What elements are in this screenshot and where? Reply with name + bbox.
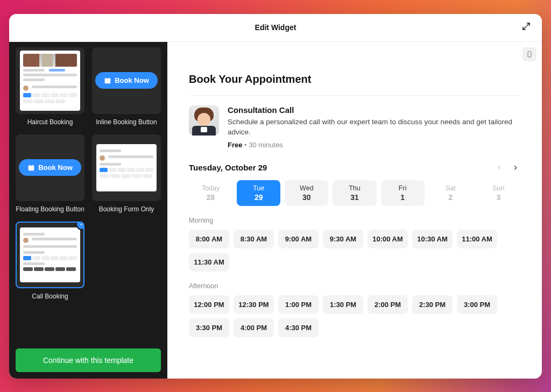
continue-button[interactable]: Continue with this template (16, 348, 161, 372)
day-of-month: 3 (479, 193, 518, 202)
service-info: Consultation Call Schedule a personalize… (228, 105, 520, 149)
svg-rect-7 (33, 165, 33, 166)
time-slot[interactable]: 9:30 AM (323, 230, 363, 248)
consultant-avatar (189, 105, 219, 136)
time-slot[interactable]: 12:00 PM (189, 295, 229, 314)
modal-title: Edit Widget (255, 23, 296, 32)
meta-separator: • (244, 141, 247, 149)
time-slot[interactable]: 8:00 AM (189, 230, 229, 248)
day-cell[interactable]: Tue 29 (237, 180, 280, 206)
template-thumb (16, 47, 84, 114)
day-of-month: 31 (335, 193, 374, 202)
template-label: Inline Booking Button (96, 118, 157, 126)
modal-body: Haircut Booking Book Now Inline Booking … (9, 42, 542, 379)
time-slot[interactable]: 8:30 AM (234, 230, 274, 248)
mobile-preview-toggle[interactable] (522, 47, 536, 61)
template-callbooking[interactable]: ✓Call Booking (15, 222, 86, 300)
divider (189, 95, 520, 96)
day-of-week: Thu (335, 184, 374, 192)
service-meta: Free • 30 minutes (228, 141, 520, 149)
date-nav (495, 163, 520, 173)
time-slot[interactable]: 10:30 AM (412, 230, 453, 248)
svg-rect-2 (106, 77, 107, 79)
template-sidebar: Haircut Booking Book Now Inline Booking … (9, 42, 167, 379)
slot-grid: 8:00 AM8:30 AM9:00 AM9:30 AM10:00 AM10:3… (189, 230, 520, 272)
template-label: Booking Form Only (99, 205, 154, 213)
template-floating[interactable]: Book Now Floating Booking Button (15, 134, 86, 213)
time-slot[interactable]: 3:00 PM (457, 295, 497, 314)
svg-rect-6 (30, 165, 30, 166)
service-price: Free (228, 141, 242, 149)
next-week-icon[interactable] (511, 163, 520, 173)
selected-check-icon: ✓ (77, 222, 84, 229)
day-cell[interactable]: Fri 1 (381, 180, 425, 206)
time-slot[interactable]: 2:00 PM (368, 295, 408, 314)
template-label: Floating Booking Button (16, 205, 84, 213)
modal-header: Edit Widget (9, 14, 542, 42)
svg-rect-3 (109, 77, 110, 79)
template-thumb: ✓ (16, 222, 84, 288)
time-slot[interactable]: 1:00 PM (278, 295, 319, 314)
day-cell[interactable]: Thu 31 (333, 180, 376, 206)
day-of-week: Fri (383, 184, 422, 192)
time-section-label: Afternoon (189, 282, 520, 290)
preview-pane: Book Your Appointment Consultation Call … (167, 42, 542, 379)
time-slot[interactable]: 11:30 AM (189, 253, 229, 272)
template-thumb (92, 134, 161, 201)
time-slot[interactable]: 12:30 PM (234, 295, 274, 314)
template-inline[interactable]: Book Now Inline Booking Button (91, 47, 162, 126)
svg-rect-5 (29, 165, 34, 167)
template-grid: Haircut Booking Book Now Inline Booking … (15, 47, 162, 343)
time-slot[interactable]: 2:30 PM (412, 295, 453, 314)
day-of-week: Today (191, 184, 230, 192)
service-summary: Consultation Call Schedule a personalize… (189, 105, 520, 149)
template-thumb: Book Now (92, 47, 161, 114)
preview-heading: Book Your Appointment (189, 73, 520, 85)
selected-date-label: Tuesday, October 29 (189, 163, 267, 172)
day-of-week: Wed (287, 184, 326, 192)
template-label: Call Booking (32, 293, 68, 300)
day-cell: Sun 3 (477, 180, 520, 206)
template-formonly[interactable]: Booking Form Only (91, 134, 162, 213)
book-now-pill: Book Now (19, 159, 81, 176)
edit-widget-modal: Edit Widget Haircut Booking Book Now Inl… (9, 14, 542, 379)
day-of-week: Sun (479, 184, 518, 192)
time-slot[interactable]: 10:00 AM (368, 230, 408, 248)
service-title: Consultation Call (228, 105, 520, 115)
template-thumb: Book Now (16, 134, 84, 201)
book-now-pill: Book Now (95, 72, 158, 89)
day-of-month: 1 (383, 193, 422, 202)
day-strip: Today 28Tue 29Wed 30Thu 31Fri 1Sat 2Sun … (189, 180, 520, 206)
time-section-label: Morning (189, 217, 520, 224)
day-of-month: 28 (191, 193, 230, 202)
day-of-month: 2 (431, 193, 470, 202)
template-haircut[interactable]: Haircut Booking (15, 47, 86, 126)
day-cell[interactable]: Wed 30 (285, 180, 328, 206)
day-of-month: 29 (239, 193, 278, 202)
date-header: Tuesday, October 29 (189, 163, 520, 173)
time-slot[interactable]: 4:30 PM (278, 318, 319, 337)
day-cell: Sat 2 (429, 180, 472, 206)
time-slot[interactable]: 4:00 PM (234, 318, 274, 337)
time-slot[interactable]: 3:30 PM (189, 318, 229, 337)
template-label: Haircut Booking (27, 118, 73, 126)
day-of-week: Tue (239, 184, 278, 192)
time-slot[interactable]: 1:30 PM (323, 295, 363, 314)
time-slot[interactable]: 9:00 AM (278, 230, 319, 248)
day-cell: Today 28 (189, 180, 232, 206)
day-of-month: 30 (287, 193, 326, 202)
svg-rect-1 (105, 78, 111, 80)
time-slot[interactable]: 11:00 AM (457, 230, 497, 248)
day-of-week: Sat (431, 184, 470, 192)
slot-grid: 12:00 PM12:30 PM1:00 PM1:30 PM2:00 PM2:3… (189, 295, 520, 337)
service-description: Schedule a personalized call with our ex… (228, 117, 520, 138)
service-duration: 30 minutes (249, 141, 283, 149)
prev-week-icon[interactable] (495, 163, 504, 173)
expand-icon[interactable] (521, 22, 533, 33)
